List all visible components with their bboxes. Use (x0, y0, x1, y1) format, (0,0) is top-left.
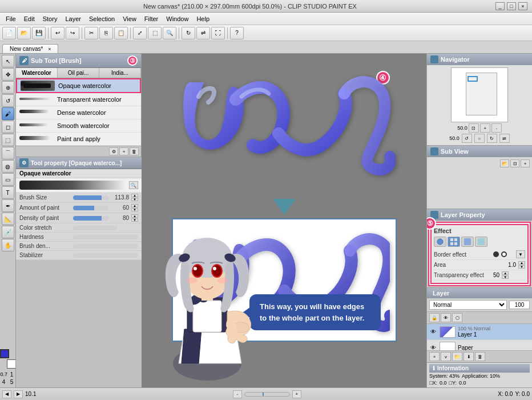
toolbar-undo[interactable]: ↩ (51, 27, 65, 39)
menu-window[interactable]: Window (163, 14, 192, 23)
toolbar-redo[interactable]: ↪ (66, 27, 79, 39)
toolbar-open[interactable]: 📂 (17, 27, 31, 39)
brush-size-5[interactable]: 5 (9, 379, 15, 385)
toolbar-paste[interactable]: 📋 (114, 27, 128, 39)
menu-view[interactable]: View (119, 14, 140, 23)
nav-zoom-in[interactable]: + (480, 123, 490, 133)
maximize-button[interactable]: □ (507, 2, 516, 10)
area-spinner[interactable]: ▲ ▼ (518, 261, 525, 269)
border-effect-dot-filled[interactable] (493, 251, 499, 257)
nav-zoom-out[interactable]: - (491, 123, 502, 133)
tool-rotate[interactable]: ↺ (2, 94, 14, 107)
tool-lasso[interactable]: ⌒ (2, 147, 14, 159)
brush-tab-oilpaint[interactable]: Oil pai... (58, 68, 99, 78)
nav-rotate-right[interactable]: ↻ (487, 134, 497, 143)
toolbar-copy[interactable]: ⎘ (99, 27, 113, 39)
status-prev[interactable]: ◀ (2, 390, 11, 398)
status-zoom-slider[interactable] (244, 392, 290, 397)
window-controls[interactable]: _ □ × (495, 2, 527, 10)
layer-eye-btn[interactable]: 👁 (441, 313, 451, 322)
menu-story[interactable]: Story (39, 14, 61, 23)
property-slider-stabilizer[interactable] (73, 253, 138, 258)
toolbar-new[interactable]: 📄 (2, 27, 16, 39)
menu-help[interactable]: Help (193, 14, 213, 23)
property-spinner-brush-size[interactable]: ▲ ▼ (131, 194, 138, 201)
border-effect-settings[interactable]: ▼ (516, 250, 525, 258)
effect-tab-pattern[interactable] (448, 237, 460, 247)
tool-pen[interactable]: ✒ (2, 199, 14, 212)
color-swatch-area[interactable] (0, 349, 16, 369)
layer-lock[interactable]: 🔒 (429, 313, 440, 322)
toolbar-flip[interactable]: ⇌ (196, 27, 210, 39)
layer-eye-layer1[interactable]: 👁 (429, 328, 437, 336)
brush-tab-india[interactable]: India... (99, 68, 141, 78)
tool-text[interactable]: T (2, 186, 14, 199)
navigator-header[interactable]: Navigator (427, 54, 532, 65)
opacity-input[interactable] (509, 301, 530, 309)
toolbar-fullscreen[interactable]: ⛶ (211, 27, 225, 39)
status-zoom-in[interactable]: + (292, 390, 301, 398)
effect-tab-circle[interactable] (434, 237, 446, 247)
canvas-tab[interactable]: New canvas* × (2, 44, 58, 53)
brush-size-4[interactable]: 4 (1, 379, 7, 385)
layer-item-layer1[interactable]: 👁 100 % Normal Layer 1 (427, 324, 532, 340)
subview-fit[interactable]: ⊡ (510, 159, 519, 167)
spinner-up-brush-size[interactable]: ▲ (131, 194, 138, 197)
nav-rotate-reset[interactable]: ○ (474, 134, 485, 143)
tool-eraser[interactable]: ◻ (2, 121, 14, 133)
close-button[interactable]: × (518, 2, 527, 10)
canvas-area[interactable]: ④ (142, 54, 426, 387)
brush-size-1[interactable]: 1 (9, 371, 15, 378)
toolbar-select[interactable]: ⬚ (148, 27, 162, 39)
effect-tab-color[interactable] (461, 237, 474, 247)
subview-header[interactable]: Sub View (427, 146, 532, 157)
toolbar-save[interactable]: 💾 (32, 27, 46, 39)
tab-close[interactable]: × (48, 46, 51, 52)
layer-property-header[interactable]: Layer Property (427, 209, 532, 221)
tool-hand[interactable]: ✋ (2, 239, 14, 251)
tool-move[interactable]: ✥ (2, 68, 14, 81)
layer-delete[interactable]: 🗑 (475, 352, 485, 361)
sub-tool-add[interactable]: + (119, 147, 128, 155)
nav-zoom-fit[interactable]: ⊡ (469, 123, 479, 133)
sub-tool-settings[interactable]: ⚙ (109, 147, 118, 155)
status-next[interactable]: ▶ (14, 390, 23, 398)
tool-gradient[interactable]: ▭ (2, 173, 14, 186)
layer-eye-paper[interactable]: 👁 (429, 343, 437, 350)
transparency-spinner-up[interactable]: ▲ (502, 271, 509, 275)
brush-item-transparent[interactable]: Transparent watercolor (16, 93, 141, 106)
property-slider-amount[interactable] (73, 206, 108, 210)
nav-flip[interactable]: ⇌ (499, 134, 510, 143)
layer-item-paper[interactable]: 👁 Paper (427, 340, 532, 350)
navigator-canvas[interactable] (451, 67, 508, 122)
blend-mode-select[interactable]: Normal (429, 300, 507, 310)
sub-tool-delete[interactable]: 🗑 (130, 147, 139, 155)
brush-item-paint[interactable]: Paint and apply (16, 133, 141, 146)
border-effect-dot-outline[interactable] (501, 251, 507, 257)
toolbar-cut[interactable]: ✂ (84, 27, 98, 39)
menu-selection[interactable]: Selection (86, 14, 118, 23)
brush-size-0.7[interactable]: 0.7 (1, 371, 7, 378)
brush-search[interactable]: 🔍 (129, 181, 138, 189)
property-slider-hardness[interactable] (73, 235, 138, 239)
layer-new-vector[interactable]: v (441, 352, 451, 361)
tool-cursor[interactable]: ↖ (2, 55, 14, 67)
property-slider-brush-size[interactable] (73, 195, 108, 200)
transparency-spinner[interactable]: ▲ ▼ (502, 271, 509, 279)
background-color[interactable] (7, 359, 16, 369)
effect-tab-extra[interactable] (475, 237, 487, 247)
foreground-color[interactable] (0, 349, 9, 358)
minimize-button[interactable]: _ (495, 2, 505, 10)
property-spinner-amount[interactable]: ▲ ▼ (131, 204, 138, 211)
property-spinner-density[interactable]: ▲ ▼ (131, 214, 138, 222)
subview-open[interactable]: 📂 (500, 159, 509, 167)
menu-layer[interactable]: Layer (62, 14, 84, 23)
tool-ruler[interactable]: 📐 (2, 213, 14, 225)
tool-zoom-tool[interactable]: ⊕ (2, 81, 14, 94)
brush-item-opaque[interactable]: Opaque watercolor (16, 78, 141, 93)
property-slider-brush-density[interactable] (73, 244, 138, 249)
spinner-up-amount[interactable]: ▲ (131, 204, 138, 207)
toolbar-zoom[interactable]: 🔍 (163, 27, 176, 39)
tool-autofill[interactable]: ◍ (2, 160, 14, 173)
area-spinner-down[interactable]: ▼ (518, 265, 525, 269)
